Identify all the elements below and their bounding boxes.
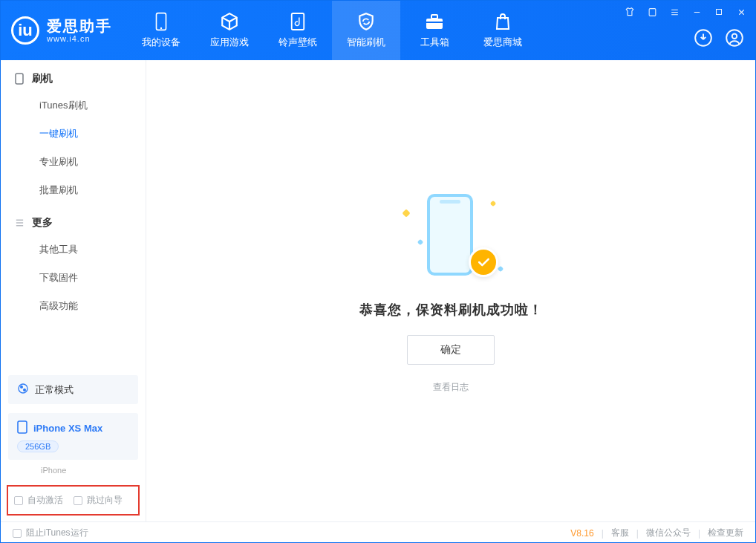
toolbox-icon	[424, 12, 445, 31]
checkbox-icon	[13, 529, 22, 538]
svg-point-3	[160, 27, 162, 29]
sidebar-item-pro-flash[interactable]: 专业刷机	[1, 148, 146, 176]
device-mode-card[interactable]: 正常模式	[8, 375, 138, 404]
checkbox-skip-guide[interactable]: 跳过向导	[74, 494, 123, 507]
music-file-icon	[287, 12, 308, 31]
checkbox-label: 阻止iTunes运行	[26, 527, 88, 539]
checkbox-icon	[74, 496, 82, 505]
sidebar-item-itunes-flash[interactable]: iTunes刷机	[1, 91, 146, 120]
device-type-label: iPhone	[1, 464, 146, 481]
top-nav: 我的设备 应用游戏 铃声壁纸 智能刷机 工具箱	[127, 1, 537, 60]
tab-label: 爱思商城	[483, 36, 522, 49]
svg-rect-1	[717, 10, 722, 15]
sidebar-item-batch-flash[interactable]: 批量刷机	[1, 176, 146, 204]
device-capacity-badge: 256GB	[17, 440, 59, 452]
header-actions	[693, 27, 755, 60]
phone-small-icon	[14, 74, 25, 84]
svg-rect-7	[426, 22, 443, 23]
app-name: 爱思助手	[47, 18, 112, 34]
svg-rect-11	[16, 74, 23, 84]
svg-point-9	[726, 30, 743, 46]
tab-label: 应用游戏	[210, 36, 249, 49]
sidebar-item-advanced[interactable]: 高级功能	[1, 292, 146, 320]
sparkle-icon	[490, 201, 496, 207]
bag-icon	[492, 12, 513, 31]
svg-point-10	[732, 34, 737, 39]
sidebar-item-download-firmware[interactable]: 下载固件	[1, 264, 146, 292]
sidebar-item-other-tools[interactable]: 其他工具	[1, 235, 146, 264]
main-content: 恭喜您，保资料刷机成功啦！ 确定 查看日志	[146, 60, 755, 521]
minimize-icon[interactable]	[690, 5, 703, 19]
svg-point-13	[21, 386, 23, 388]
confirm-button[interactable]: 确定	[407, 335, 495, 365]
refresh-shield-icon	[356, 12, 377, 31]
svg-rect-0	[649, 8, 656, 16]
tab-label: 智能刷机	[347, 36, 385, 49]
mode-label: 正常模式	[35, 383, 74, 397]
checkbox-block-itunes[interactable]: 阻止iTunes运行	[13, 527, 88, 539]
tab-smart-flash[interactable]: 智能刷机	[332, 1, 400, 60]
tab-my-device[interactable]: 我的设备	[127, 1, 195, 60]
checkbox-label: 自动激活	[27, 494, 63, 507]
tab-label: 工具箱	[420, 36, 449, 49]
app-logo: iu 爱思助手 www.i4.cn	[1, 1, 127, 60]
tab-toolbox[interactable]: 工具箱	[400, 1, 469, 60]
link-support[interactable]: 客服	[611, 527, 629, 539]
sparkle-icon	[417, 239, 423, 245]
highlighted-options: 自动激活 跳过向导	[7, 485, 140, 516]
phone-illustration-icon	[427, 194, 473, 276]
version-label: V8.16	[570, 528, 593, 539]
close-icon[interactable]	[734, 5, 748, 19]
checkmark-badge-icon	[469, 247, 498, 277]
logo-mark-icon: iu	[11, 16, 39, 45]
device-phone-icon	[17, 420, 27, 436]
download-icon[interactable]	[693, 27, 714, 48]
link-check-update[interactable]: 检查更新	[708, 527, 743, 539]
tab-label: 我的设备	[142, 36, 180, 49]
app-url: www.i4.cn	[47, 34, 112, 43]
list-icon	[14, 218, 25, 228]
svg-point-14	[24, 389, 26, 391]
menu-icon[interactable]	[668, 5, 681, 19]
device-card[interactable]: iPhone XS Max 256GB	[8, 413, 138, 460]
note-icon[interactable]	[645, 5, 659, 19]
cube-icon	[219, 12, 240, 31]
maximize-icon[interactable]	[712, 5, 726, 19]
checkbox-icon	[14, 496, 23, 505]
sidebar: 刷机 iTunes刷机 一键刷机 专业刷机 批量刷机 更多 其他工具 下载固件 …	[1, 60, 146, 521]
window-controls	[623, 5, 748, 19]
svg-point-12	[19, 384, 27, 393]
user-icon[interactable]	[724, 27, 745, 48]
tab-label: 铃声壁纸	[278, 36, 317, 49]
checkbox-label: 跳过向导	[87, 494, 123, 507]
app-header: iu 爱思助手 www.i4.cn 我的设备 应用游戏 铃声壁纸	[1, 1, 755, 60]
tshirt-icon[interactable]	[623, 5, 636, 19]
sidebar-section-flash: 刷机	[1, 60, 146, 91]
tab-store[interactable]: 爱思商城	[469, 1, 537, 60]
svg-rect-6	[431, 15, 437, 19]
sidebar-item-oneclick-flash[interactable]: 一键刷机	[1, 120, 146, 148]
phone-icon	[151, 12, 172, 31]
link-wechat[interactable]: 微信公众号	[646, 527, 691, 539]
section-title: 刷机	[32, 72, 53, 85]
sparkle-icon	[498, 266, 504, 272]
mode-icon	[17, 383, 29, 397]
tab-apps-games[interactable]: 应用游戏	[195, 1, 264, 60]
view-log-link[interactable]: 查看日志	[433, 381, 469, 394]
sidebar-section-more: 更多	[1, 204, 146, 235]
svg-rect-15	[18, 421, 27, 433]
svg-rect-5	[426, 19, 443, 29]
success-message: 恭喜您，保资料刷机成功啦！	[359, 301, 543, 319]
status-bar: 阻止iTunes运行 V8.16 | 客服 | 微信公众号 | 检查更新	[1, 521, 755, 543]
sparkle-icon	[402, 209, 410, 217]
tab-ringtone-wallpaper[interactable]: 铃声壁纸	[264, 1, 332, 60]
device-name: iPhone XS Max	[33, 423, 102, 434]
section-title: 更多	[32, 216, 53, 230]
checkbox-auto-activate[interactable]: 自动激活	[14, 494, 63, 507]
success-illustration	[399, 188, 503, 284]
